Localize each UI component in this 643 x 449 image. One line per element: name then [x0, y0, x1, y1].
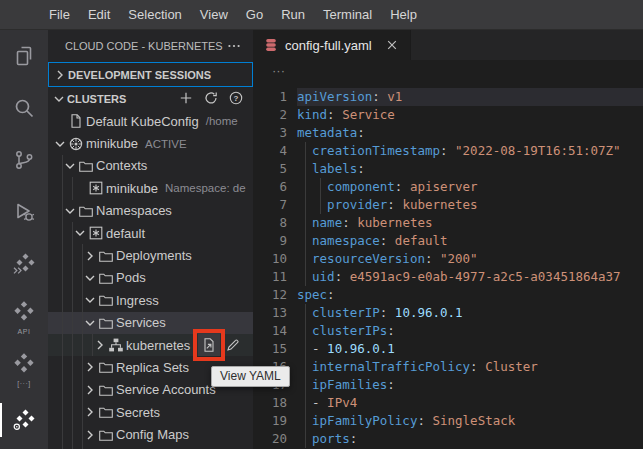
source-control-icon	[12, 148, 36, 172]
code-line[interactable]: 8 name: kubernetes	[253, 214, 643, 232]
activity-secret-manager[interactable]: [···]	[0, 342, 48, 394]
code-line[interactable]: 16 internalTrafficPolicy: Cluster	[253, 358, 643, 376]
chevron-down-icon[interactable]	[82, 270, 98, 286]
code-line[interactable]: 4 creationTimestamp: "2022-08-19T16:51:0…	[253, 142, 643, 160]
clusters-action-refresh[interactable]	[203, 90, 219, 108]
chevron-down-icon[interactable]	[72, 225, 88, 241]
menu-edit[interactable]: Edit	[79, 0, 119, 29]
clusters-action-help[interactable]	[228, 90, 244, 108]
code-line[interactable]: 18 - IPv4	[253, 394, 643, 412]
menu-go[interactable]: Go	[237, 0, 272, 29]
chevron-right-icon[interactable]	[82, 404, 98, 420]
code-line[interactable]: 11 uid: e4591ac9-e0ab-4977-a2c5-a0345186…	[253, 268, 643, 286]
edit-button[interactable]	[222, 334, 244, 356]
i-chevron	[82, 404, 98, 420]
code-line[interactable]: 3metadata:	[253, 124, 643, 142]
tree-item-minikube[interactable]: minikubeACTIVE	[48, 132, 253, 154]
activity-run-and-debug[interactable]	[0, 186, 48, 238]
chevron-right-icon[interactable]	[82, 427, 98, 443]
menu-terminal[interactable]: Terminal	[314, 0, 381, 29]
code-line[interactable]: 10 resourceVersion: "200"	[253, 250, 643, 268]
code-line[interactable]: 17 ipFamilies:	[253, 376, 643, 394]
code-area[interactable]: 1apiVersion: v12kind: Service3metadata:4…	[253, 80, 643, 449]
menu-file[interactable]: File	[40, 0, 79, 29]
vscode-window: ? FileEditSelectionViewGoRunTerminalHelp…	[0, 0, 643, 449]
code-line[interactable]: 6 component: apiserver	[253, 178, 643, 196]
tree-item-deployments[interactable]: Deployments	[48, 244, 253, 266]
tree-item-kubernetes[interactable]: kubernetes	[48, 334, 253, 356]
chevron-right-icon[interactable]	[52, 67, 68, 83]
i-chevron	[82, 292, 98, 308]
activity-cloud-code-kubernetes[interactable]	[0, 394, 48, 446]
line-number: 9	[253, 232, 287, 250]
chevron-down-icon[interactable]	[82, 292, 98, 308]
tree-item-default-kubeconfig[interactable]: Default KubeConfig/home	[48, 110, 253, 132]
close-tab-icon[interactable]	[384, 37, 400, 53]
i-chevron	[82, 315, 98, 331]
activity-sub-label: API	[0, 328, 48, 335]
code-line[interactable]: 9 namespace: default	[253, 232, 643, 250]
tree-item-label: minikube	[106, 181, 158, 196]
tree-item-label: Config Maps	[116, 427, 189, 442]
code-line[interactable]: 14 clusterIPs:	[253, 322, 643, 340]
indent-guide	[72, 289, 73, 311]
code-line[interactable]: 13 clusterIP: 10.96.0.1	[253, 304, 643, 322]
tree-item-namespaces[interactable]: Namespaces	[48, 200, 253, 222]
chevron-right-icon[interactable]	[82, 359, 98, 375]
activity-explorer[interactable]	[0, 30, 48, 82]
activity-cloud-apis[interactable]: API	[0, 290, 48, 342]
activity-cloud-run[interactable]	[0, 238, 48, 290]
tree-item-config-maps[interactable]: Config Maps	[48, 423, 253, 445]
tree-item-secrets[interactable]: Secrets	[48, 401, 253, 423]
tree-item-pods[interactable]: Pods	[48, 267, 253, 289]
section-clusters[interactable]: CLUSTERS	[48, 87, 253, 110]
tree-item-minikube[interactable]: minikubeNamespace: de	[48, 177, 253, 199]
code-line[interactable]: 2kind: Service	[253, 106, 643, 124]
code-line[interactable]: 15 - 10.96.0.1	[253, 340, 643, 358]
twisty-spacer	[52, 113, 68, 129]
chevron-down-icon[interactable]	[51, 91, 67, 107]
breadcrumb-ellipsis[interactable]: ···	[272, 63, 285, 78]
tree-item-description: /home	[206, 115, 238, 127]
twisty-spacer	[72, 180, 88, 196]
activity-sub-label: [···]	[0, 380, 48, 387]
chevron-down-icon[interactable]	[82, 315, 98, 331]
chevron-right-icon[interactable]	[82, 248, 98, 264]
tree-item-services[interactable]: Services	[48, 312, 253, 334]
starred-box-icon	[88, 180, 104, 196]
code-line[interactable]: 5 labels:	[253, 160, 643, 178]
more-actions-icon[interactable]	[226, 38, 242, 54]
clusters-action-add-cluster[interactable]	[178, 90, 194, 108]
activity-source-control[interactable]	[0, 134, 48, 186]
tooltip-view-yaml: View YAML	[211, 366, 290, 387]
code-line[interactable]: 19 ipFamilyPolicy: SingleStack	[253, 412, 643, 430]
chevron-right-icon[interactable]	[82, 382, 98, 398]
menu-help[interactable]: Help	[381, 0, 426, 29]
activity-search[interactable]	[0, 82, 48, 134]
tree-item-contexts[interactable]: Contexts	[48, 155, 253, 177]
code-line[interactable]: 12spec:	[253, 286, 643, 304]
chevron-down-icon[interactable]	[52, 136, 68, 152]
code-text: ipFamilies:	[297, 376, 643, 394]
tab-config-full-yaml[interactable]: config-full.yaml	[253, 30, 411, 60]
chevron-down-icon[interactable]	[62, 158, 78, 174]
files-icon	[12, 44, 36, 68]
code-line[interactable]: 20 ports:	[253, 430, 643, 448]
tree-item-ingress[interactable]: Ingress	[48, 289, 253, 311]
tree-item-description: Namespace: de	[165, 182, 246, 194]
tab-bar: config-full.yaml	[253, 30, 643, 60]
tree-item-default[interactable]: default	[48, 222, 253, 244]
menu-view[interactable]: View	[191, 0, 237, 29]
code-line[interactable]: 7 provider: kubernetes	[253, 196, 643, 214]
type-hierarchy-icon	[108, 337, 126, 353]
view-yaml-button[interactable]	[198, 334, 220, 356]
folder-icon	[98, 292, 116, 308]
chevron-right-icon[interactable]	[92, 337, 108, 353]
section-development-sessions[interactable]: DEVELOPMENT SESSIONS	[48, 62, 253, 87]
code-line[interactable]: 1apiVersion: v1	[253, 88, 643, 106]
chevron-down-icon[interactable]	[62, 203, 78, 219]
menu-run[interactable]: Run	[272, 0, 314, 29]
tree-item-label: default	[106, 226, 145, 241]
breadcrumb[interactable]: ···	[253, 60, 643, 80]
menu-selection[interactable]: Selection	[119, 0, 190, 29]
